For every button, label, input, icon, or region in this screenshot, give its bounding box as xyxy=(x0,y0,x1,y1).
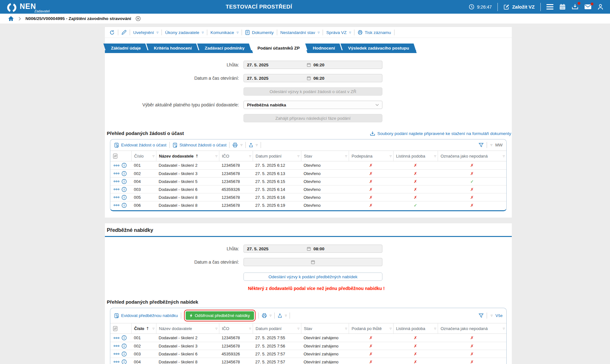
column-header[interactable]: Název dodavatele▽ xyxy=(156,323,219,334)
tab-vysledek[interactable]: Výsledek zadávacího postupu xyxy=(340,44,417,53)
row-info-icon[interactable] xyxy=(121,335,127,340)
export-grid-button[interactable]: ▽ xyxy=(278,313,287,318)
tab-zakladni-udaje[interactable]: Základní údaje xyxy=(103,44,148,53)
column-settings-header[interactable] xyxy=(110,151,131,161)
send-offers-invite-button[interactable]: Odeslání výzvy k podání předběžných nabí… xyxy=(243,273,382,281)
filter-chevron-icon[interactable]: ▽ xyxy=(216,327,217,330)
tab-podani-ucastniku[interactable]: Podání účastníků ZP xyxy=(250,44,307,53)
download-requests-button[interactable]: Stáhnout žádosti o účast xyxy=(173,143,227,148)
menu-tisk-zaznamu[interactable]: Tisk záznamu xyxy=(358,30,391,35)
register-offer-button[interactable]: Evidovat předběžnou nabídku xyxy=(114,313,178,318)
submission-files-link[interactable]: Soubory podání najdete připravené ke sta… xyxy=(370,131,511,136)
print-grid-button[interactable]: ▽ xyxy=(232,142,242,148)
row-info-icon[interactable] xyxy=(121,171,127,176)
filter-chevron-icon[interactable]: ▽ xyxy=(390,327,392,330)
filter-chevron-icon[interactable]: ▽ xyxy=(390,155,392,158)
row-info-icon[interactable] xyxy=(121,359,127,364)
filter-chevron-icon[interactable]: ▽ xyxy=(216,155,217,158)
close-record-icon[interactable] xyxy=(135,16,141,21)
filter-chevron-icon[interactable]: ▽ xyxy=(345,155,347,158)
column-header[interactable]: IČO▽ xyxy=(219,323,253,334)
menu-uverejneni[interactable]: Uveřejnění▽ xyxy=(133,30,158,35)
row-menu-icon[interactable] xyxy=(113,172,120,175)
otevirani-field[interactable]: 27. 5. 2025 06:20 xyxy=(243,74,382,82)
grid-view-label[interactable]: Vše xyxy=(496,313,503,318)
column-header[interactable]: Označena jako nepodaná▽ xyxy=(438,323,506,334)
refresh-icon[interactable] xyxy=(109,30,115,35)
register-request-button[interactable]: Evidovat žádost o účast xyxy=(114,143,167,148)
filter-chevron-icon[interactable]: ▽ xyxy=(434,327,436,330)
row-menu-icon[interactable] xyxy=(113,196,120,199)
view-chevron-icon[interactable]: ▽ xyxy=(490,314,492,317)
user-icon[interactable] xyxy=(597,3,604,10)
column-header[interactable]: Datum podání▽ xyxy=(253,323,301,334)
print-grid-button[interactable]: ▽ xyxy=(262,313,271,318)
row-menu-icon[interactable] xyxy=(113,345,120,347)
nen-logo[interactable]: NEN Zadavatel xyxy=(6,1,50,13)
filter-chevron-icon[interactable]: ▽ xyxy=(153,155,154,158)
send-request-button[interactable]: Odeslání výzvy k podání žádosti o účast … xyxy=(243,87,382,96)
home-icon[interactable] xyxy=(8,16,14,21)
menu-dokumenty[interactable]: Dokumenty xyxy=(245,30,273,35)
menu-komunikace[interactable]: Komunikace▽ xyxy=(210,30,238,35)
filter-chevron-icon[interactable]: ▽ xyxy=(434,155,436,158)
submission-type-select[interactable]: Předběžná nabídka xyxy=(243,101,382,109)
row-menu-icon[interactable] xyxy=(113,180,120,183)
filter-chevron-icon[interactable]: ▽ xyxy=(345,327,347,330)
row-info-icon[interactable] xyxy=(121,195,127,200)
edit-record-icon[interactable] xyxy=(121,30,127,35)
create-vz-button[interactable]: Založit VZ xyxy=(504,4,535,10)
tab-hodnoceni[interactable]: Hodnocení xyxy=(305,44,342,53)
tab-kriteria-hodnoceni[interactable]: Kritéria hodnocení xyxy=(146,44,199,53)
row-menu-icon[interactable] xyxy=(113,337,120,339)
column-header[interactable]: Číslo▽ xyxy=(131,151,156,161)
column-header[interactable]: Podepsána▽ xyxy=(349,151,393,161)
grid-view-label[interactable]: MW xyxy=(495,143,503,147)
view-chevron-icon[interactable]: ▽ xyxy=(490,144,492,146)
column-header[interactable]: IČO▽ xyxy=(219,151,253,161)
column-header[interactable]: Číslo↑▽ xyxy=(131,323,156,334)
filter-chevron-icon[interactable]: ▽ xyxy=(503,155,505,158)
column-header[interactable]: Podaná po lhůtě▽ xyxy=(349,323,393,334)
menu-nestandardni-stav[interactable]: Nestandardní stav▽ xyxy=(280,30,320,35)
menu-icon[interactable] xyxy=(546,3,553,11)
row-menu-icon[interactable] xyxy=(113,164,120,167)
row-menu-icon[interactable] xyxy=(113,204,120,206)
row-info-icon[interactable] xyxy=(121,351,127,357)
decrypt-offers-button[interactable]: Odšifrovat předběžné nabídky xyxy=(186,311,254,320)
next-phase-button[interactable]: Zahájit přípravu následující fáze podání xyxy=(243,114,382,122)
filter-chevron-icon[interactable]: ▽ xyxy=(249,155,251,158)
messages-icon[interactable] xyxy=(584,4,592,10)
column-header[interactable]: Listinná podoba▽ xyxy=(393,151,438,161)
lhuta-field[interactable]: 27. 5. 2025 06:20 xyxy=(243,61,382,69)
row-info-icon[interactable] xyxy=(121,203,127,208)
column-header[interactable]: Označena jako nepodaná▽ xyxy=(438,151,506,161)
column-header[interactable]: Datum podání▽ xyxy=(253,151,301,161)
column-header[interactable]: Listinná podoba▽ xyxy=(393,323,438,334)
filter-chevron-icon[interactable]: ▽ xyxy=(298,155,299,158)
filter-chevron-icon[interactable]: ▽ xyxy=(249,327,251,330)
row-info-icon[interactable] xyxy=(121,163,127,168)
row-info-icon[interactable] xyxy=(121,179,127,184)
filter-icon[interactable] xyxy=(478,313,484,318)
export-grid-button[interactable]: ▽ xyxy=(249,143,258,148)
lhuta2-field[interactable]: 27. 5. 2025 08:00 xyxy=(243,245,382,253)
filter-chevron-icon[interactable]: ▽ xyxy=(298,327,299,330)
filter-chevron-icon[interactable]: ▽ xyxy=(503,327,505,330)
menu-sprava-vz[interactable]: Správa VZ▽ xyxy=(326,30,351,35)
downloads-tray-icon[interactable] xyxy=(572,3,579,10)
column-header[interactable]: Stav▽ xyxy=(301,151,349,161)
calendar-icon[interactable] xyxy=(559,3,566,10)
tab-zadavaci-podminky[interactable]: Zadávací podmínky xyxy=(197,44,252,53)
otevirani2-field[interactable] xyxy=(243,258,382,266)
row-menu-icon[interactable] xyxy=(113,361,120,363)
filter-icon[interactable] xyxy=(478,143,484,148)
column-header[interactable]: Název dodavatele↑▽ xyxy=(156,151,219,161)
row-menu-icon[interactable] xyxy=(113,188,120,191)
row-info-icon[interactable] xyxy=(121,187,127,192)
menu-ukony-zadavatele[interactable]: Úkony zadavatele▽ xyxy=(165,30,203,35)
filter-chevron-icon[interactable]: ▽ xyxy=(153,327,154,330)
row-info-icon[interactable] xyxy=(121,343,127,349)
column-settings-header[interactable] xyxy=(110,323,131,334)
column-header[interactable]: Stav▽ xyxy=(301,323,349,334)
